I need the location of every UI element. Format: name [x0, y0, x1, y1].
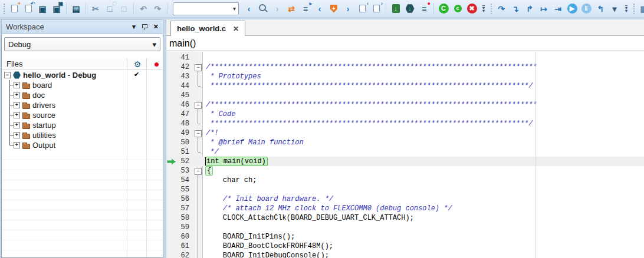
- code-line[interactable]: 49 /*!: [166, 128, 644, 138]
- navigate-forward-icon[interactable]: ›: [271, 2, 284, 16]
- tree-expander-icon[interactable]: +: [14, 122, 20, 128]
- tab-close-icon[interactable]: ✕: [233, 25, 239, 33]
- breakpoint-margin[interactable]: [166, 213, 171, 223]
- copy-icon[interactable]: □ □: [103, 2, 116, 16]
- find-icon[interactable]: [257, 2, 270, 16]
- next-bookmark-icon[interactable]: ›: [341, 2, 354, 16]
- fold-marker[interactable]: [193, 81, 203, 91]
- tree-item-board[interactable]: + board: [2, 80, 163, 90]
- code-line[interactable]: 50 * @brief Main function: [166, 138, 644, 147]
- tree-expander-icon[interactable]: +: [14, 102, 20, 108]
- tree-expander-icon[interactable]: +: [14, 142, 20, 148]
- code-line[interactable]: 43 * Prototypes: [166, 72, 644, 81]
- tab-hello-world-c[interactable]: hello_world.c ✕: [170, 21, 245, 36]
- workspace-close-icon[interactable]: ✕: [153, 23, 159, 31]
- pin-icon[interactable]: [142, 23, 147, 31]
- code-line[interactable]: 57 /* attach 12 MHz clock to FLEXCOMM0 (…: [166, 204, 644, 213]
- fold-marker[interactable]: [193, 138, 203, 147]
- fold-marker[interactable]: [193, 100, 203, 110]
- go-icon[interactable]: ▶: [566, 2, 579, 16]
- cut-icon[interactable]: ✂: [89, 2, 102, 16]
- tree-item-utilities[interactable]: + utilities: [2, 130, 163, 140]
- step-over-icon[interactable]: ↷: [495, 2, 508, 16]
- fold-marker[interactable]: [193, 194, 203, 204]
- stop-build-icon[interactable]: ✖: [465, 2, 478, 16]
- breakpoint-margin[interactable]: [166, 100, 171, 110]
- breakpoint-margin[interactable]: [166, 147, 171, 157]
- previous-bookmark-icon[interactable]: ‹: [313, 2, 326, 16]
- batch-build-icon[interactable]: ≡ ●: [418, 2, 431, 16]
- step-out-icon[interactable]: ↱: [523, 2, 536, 16]
- tree-expander-icon[interactable]: +: [14, 82, 20, 88]
- code-line[interactable]: 58 CLOCK_AttachClk(BOARD_DEBUG_UART_CLK_…: [166, 213, 644, 223]
- go-to-function-icon[interactable]: ≡ ▸: [299, 2, 312, 16]
- code-line[interactable]: 47 * Code: [166, 110, 644, 119]
- breakpoint-margin[interactable]: [166, 81, 171, 91]
- tree-item-source[interactable]: + source: [2, 110, 163, 120]
- code-line[interactable]: 46 /************************************…: [166, 100, 644, 110]
- build-config-dropdown[interactable]: Debug ▾: [4, 37, 160, 51]
- quick-search-combobox[interactable]: [173, 2, 239, 15]
- debug-without-downloading-icon[interactable]: c: [451, 2, 464, 16]
- paste-icon[interactable]: □: [117, 2, 130, 16]
- breakpoint-margin[interactable]: [166, 119, 171, 128]
- switch-header-source-icon[interactable]: ⇄: [285, 2, 298, 16]
- tree-expander-icon[interactable]: +: [14, 112, 20, 118]
- breakpoint-margin[interactable]: [166, 185, 171, 194]
- save-icon[interactable]: ▣: [36, 2, 49, 16]
- breakpoint-margin[interactable]: [166, 251, 171, 258]
- toolbar-overflow-icon[interactable]: ▾ ▾: [479, 2, 488, 16]
- registers-window-icon[interactable]: ▦: [638, 2, 644, 16]
- navigate-backward-icon[interactable]: ‹: [242, 2, 255, 16]
- code-line[interactable]: 59: [166, 223, 644, 232]
- chevron-down-icon[interactable]: ▾: [132, 23, 136, 31]
- breakpoint-margin[interactable]: [166, 72, 171, 81]
- fold-marker[interactable]: [193, 242, 203, 251]
- code-line[interactable]: 54 char ch;: [166, 176, 644, 185]
- code-line[interactable]: 53 {: [166, 166, 644, 176]
- tree-item-output[interactable]: + Output: [2, 140, 163, 150]
- code-line[interactable]: 56 /* Init board hardware. */: [166, 194, 644, 204]
- step-into-icon[interactable]: ↴: [509, 2, 522, 16]
- fold-marker[interactable]: [193, 147, 203, 157]
- breakpoint-margin[interactable]: [166, 53, 171, 62]
- fold-marker[interactable]: [193, 128, 203, 138]
- redo-icon[interactable]: ↷: [151, 2, 164, 16]
- code-line[interactable]: 55: [166, 185, 644, 194]
- break-icon[interactable]: ‖: [580, 2, 593, 16]
- save-all-icon[interactable]: ▣ ▣: [50, 2, 63, 16]
- toolbar-overflow-icon[interactable]: ▾ ▾: [622, 2, 630, 16]
- breakpoint-margin[interactable]: [166, 223, 171, 232]
- code-line[interactable]: 42 /************************************…: [166, 62, 644, 72]
- open-document-icon[interactable]: ↶: [22, 2, 35, 16]
- tree-expander-icon[interactable]: −: [4, 72, 11, 78]
- breakpoint-margin[interactable]: [166, 242, 171, 251]
- tree-expander-icon[interactable]: +: [14, 132, 20, 138]
- tree-item-startup[interactable]: + startup: [2, 120, 163, 130]
- fold-marker[interactable]: [193, 110, 203, 119]
- code-line[interactable]: 60 BOARD_InitPins();: [166, 232, 644, 242]
- new-document-icon[interactable]: +: [8, 2, 21, 16]
- breakpoint-margin[interactable]: [166, 91, 171, 100]
- fold-marker[interactable]: [193, 176, 203, 185]
- breakpoint-margin[interactable]: [166, 232, 171, 242]
- fold-marker[interactable]: [193, 157, 203, 166]
- gear-icon[interactable]: ⚙: [131, 59, 144, 70]
- code-line[interactable]: 52 int main(void): [166, 157, 644, 166]
- breakpoint-margin[interactable]: [166, 204, 171, 213]
- tree-item-project[interactable]: − hello_world - Debug ✔: [2, 70, 163, 80]
- breakpoint-margin[interactable]: [166, 194, 171, 204]
- fold-marker[interactable]: [193, 204, 203, 213]
- fold-marker[interactable]: [193, 185, 203, 194]
- reset-options-chevron-icon[interactable]: ▾: [608, 2, 621, 16]
- fold-marker[interactable]: [193, 119, 203, 128]
- fold-marker[interactable]: [193, 91, 203, 100]
- breakpoint-margin[interactable]: [166, 176, 171, 185]
- fold-marker[interactable]: [193, 232, 203, 242]
- code-line[interactable]: 62 BOARD_InitDebugConsole();: [166, 251, 644, 258]
- breakpoint-margin[interactable]: [166, 166, 171, 176]
- fold-marker[interactable]: [193, 72, 203, 81]
- code-line[interactable]: 41: [166, 53, 644, 62]
- fold-marker[interactable]: [193, 223, 203, 232]
- code-line[interactable]: 48 *************************************…: [166, 119, 644, 128]
